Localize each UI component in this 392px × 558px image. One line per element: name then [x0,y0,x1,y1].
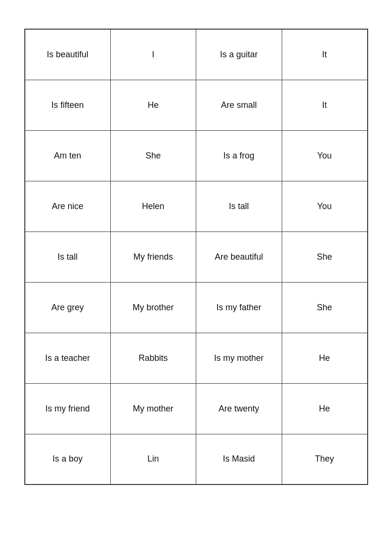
cell-r7-c1: My mother [110,383,196,434]
cell-r6-c1: Rabbits [110,333,196,383]
table-row: Are niceHelenIs tallYou [25,181,368,232]
cell-r4-c3: She [282,232,368,282]
cell-r8-c0: Is a boy [25,434,111,484]
cell-r6-c3: He [282,333,368,383]
cell-r6-c0: Is a teacher [25,333,111,383]
cell-r8-c1: Lin [110,434,196,484]
cell-r0-c3: It [282,29,368,80]
cell-r4-c0: Is tall [25,232,111,282]
cell-r0-c2: Is a guitar [196,29,282,80]
table-row: Is tallMy friendsAre beautifulShe [25,232,368,282]
cell-r3-c2: Is tall [196,181,282,232]
cell-r1-c3: It [282,80,368,130]
cell-r1-c0: Is fifteen [25,80,111,130]
cell-r5-c3: She [282,282,368,333]
cell-r6-c2: Is my mother [196,333,282,383]
cell-r3-c1: Helen [110,181,196,232]
cell-r4-c2: Are beautiful [196,232,282,282]
cell-r3-c3: You [282,181,368,232]
matching-table: Is beautifulIIs a guitarItIs fifteenHeAr… [24,29,368,485]
cell-r3-c0: Are nice [25,181,111,232]
worksheet-container: Is beautifulIIs a guitarItIs fifteenHeAr… [24,29,368,485]
cell-r2-c3: You [282,130,368,181]
cell-r7-c0: Is my friend [25,383,111,434]
cell-r5-c0: Are grey [25,282,111,333]
table-row: Are greyMy brotherIs my fatherShe [25,282,368,333]
cell-r0-c1: I [110,29,196,80]
cell-r8-c3: They [282,434,368,484]
cell-r7-c2: Are twenty [196,383,282,434]
table-row: Is my friendMy motherAre twentyHe [25,383,368,434]
cell-r7-c3: He [282,383,368,434]
cell-r5-c1: My brother [110,282,196,333]
table-row: Am tenSheIs a frogYou [25,130,368,181]
cell-r2-c0: Am ten [25,130,111,181]
table-row: Is beautifulIIs a guitarIt [25,29,368,80]
cell-r2-c2: Is a frog [196,130,282,181]
table-row: Is a teacherRabbitsIs my motherHe [25,333,368,383]
table-row: Is fifteenHeAre smallIt [25,80,368,130]
cell-r1-c2: Are small [196,80,282,130]
cell-r0-c0: Is beautiful [25,29,111,80]
cell-r5-c2: Is my father [196,282,282,333]
cell-r1-c1: He [110,80,196,130]
cell-r2-c1: She [110,130,196,181]
cell-r8-c2: Is Masid [196,434,282,484]
table-row: Is a boyLinIs MasidThey [25,434,368,484]
cell-r4-c1: My friends [110,232,196,282]
